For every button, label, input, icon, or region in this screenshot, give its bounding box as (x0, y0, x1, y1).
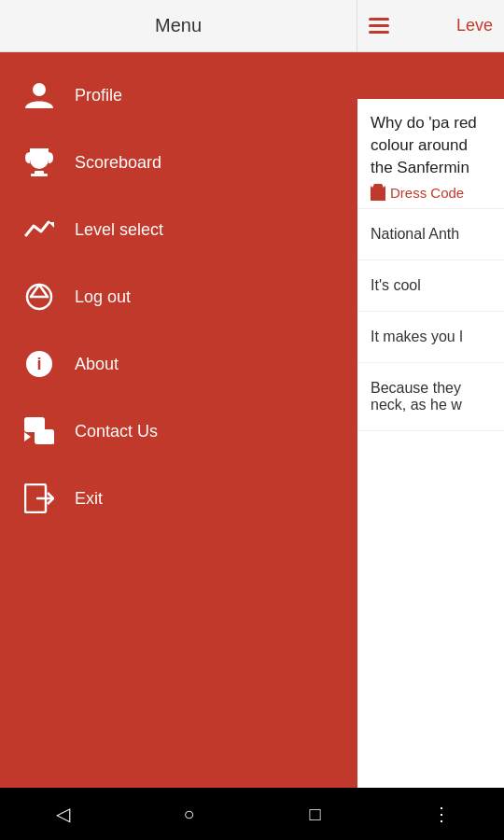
exit-icon (22, 482, 56, 515)
about-icon: i (22, 347, 56, 381)
svg-text:i: i (36, 355, 41, 373)
svg-marker-11 (24, 432, 31, 441)
hamburger-icon[interactable] (369, 18, 389, 34)
header-title: Menu (155, 15, 202, 36)
menu-overlay: Profile Scoreboard (0, 52, 357, 788)
sidebar-item-exit[interactable]: Exit (0, 465, 357, 532)
question-text: Why do 'pa red colour around the Sanferm… (371, 112, 491, 178)
header-menu-section: Menu (0, 0, 357, 51)
sidebar-item-logout[interactable]: Log out (0, 263, 357, 330)
answer-its-cool[interactable]: It's cool (357, 260, 504, 312)
header-right-section: Leve (357, 0, 504, 51)
question-area: Why do 'pa red colour around the Sanferm… (357, 99, 504, 209)
answer-national-anthem[interactable]: National Anth (357, 209, 504, 260)
about-label: About (75, 355, 119, 374)
sidebar-item-level-select[interactable]: Level select (0, 196, 357, 263)
contact-icon (22, 414, 56, 448)
recents-button[interactable]: □ (297, 795, 334, 833)
main-wrapper: Profile Scoreboard (0, 52, 504, 788)
level-select-icon (22, 213, 56, 246)
level-select-label: Level select (75, 220, 163, 240)
quiz-header-bar (357, 52, 504, 99)
exit-label: Exit (75, 489, 103, 509)
answer-it-makes-you[interactable]: It makes you l (357, 312, 504, 363)
dress-code-link[interactable]: Dress Code (371, 184, 491, 201)
logout-label: Log out (75, 287, 131, 307)
profile-label: Profile (75, 86, 122, 105)
logout-icon (22, 280, 56, 314)
svg-marker-3 (49, 222, 54, 228)
right-panel: Why do 'pa red colour around the Sanferm… (357, 52, 504, 788)
back-button[interactable]: ◁ (45, 795, 82, 833)
profile-icon (22, 78, 56, 112)
home-button[interactable]: ○ (171, 795, 208, 833)
trophy-icon (22, 146, 56, 179)
app-header: Menu Leve (0, 0, 504, 52)
sidebar-item-profile[interactable]: Profile (0, 62, 357, 129)
answer-because-they[interactable]: Because they neck, as he w (357, 363, 504, 431)
sidebar-item-scoreboard[interactable]: Scoreboard (0, 129, 357, 196)
contact-us-label: Contact Us (75, 422, 158, 441)
svg-rect-2 (31, 174, 48, 176)
bottom-nav: ◁ ○ □ ⋮ (0, 788, 504, 840)
sidebar-item-about[interactable]: i About (0, 330, 357, 398)
scoreboard-label: Scoreboard (75, 153, 161, 173)
more-options-button[interactable]: ⋮ (423, 795, 460, 833)
level-text: Leve (456, 16, 493, 35)
svg-point-0 (33, 83, 46, 96)
sidebar-item-contact-us[interactable]: Contact Us (0, 398, 357, 465)
dress-code-label: Dress Code (390, 185, 464, 201)
